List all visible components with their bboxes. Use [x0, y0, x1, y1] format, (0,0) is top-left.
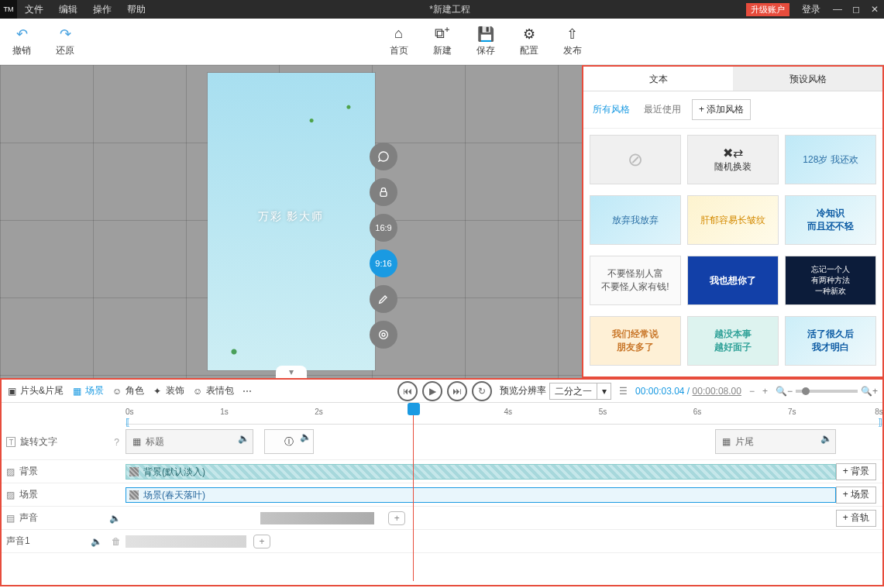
text-layer-icon: 🅃 — [6, 437, 15, 448]
resolution-select[interactable]: 二分之一 ▾ — [549, 383, 611, 400]
tick: 4s — [504, 407, 513, 416]
range-end-icon[interactable]: ⟧ — [878, 417, 882, 428]
publish-button[interactable]: ⇧ 发布 — [551, 26, 594, 57]
mute-icon[interactable]: 🔈 — [820, 433, 832, 444]
style-card[interactable]: 不要怪别人富 不要怪人家有钱! — [590, 256, 681, 305]
style-random[interactable]: ✖⇄随机换装 — [687, 135, 779, 184]
style-card[interactable]: 冷知识 而且还不轻 — [785, 195, 876, 245]
more-icon: ⋯ — [242, 386, 253, 397]
preview-frame[interactable]: 万彩 影大师 — [208, 73, 375, 370]
tab-more[interactable]: ⋯ — [242, 386, 253, 397]
style-none[interactable]: ⊘ — [590, 135, 681, 184]
style-card[interactable]: 我也想你了 — [687, 256, 779, 305]
speaker-icon[interactable]: 🔈 — [109, 513, 121, 524]
scene-clip[interactable]: 场景(春天落叶) — [126, 487, 836, 503]
ratio-916-button[interactable]: 9:16 — [370, 249, 397, 277]
menu-help[interactable]: 帮助 — [119, 0, 153, 19]
add-sound-inline[interactable]: + — [253, 535, 270, 548]
maximize-button[interactable]: ◻ — [847, 4, 865, 15]
add-track-button[interactable]: + 音轨 — [836, 510, 876, 527]
tick: 0s — [126, 407, 134, 416]
save-button[interactable]: 💾 保存 — [464, 26, 507, 57]
tick: 7s — [788, 407, 796, 416]
add-bg-button[interactable]: + 背景 — [836, 463, 876, 480]
tab-decor[interactable]: ✦装饰 — [152, 384, 184, 397]
config-button[interactable]: ⚙ 配置 — [507, 26, 551, 57]
tab-text[interactable]: 文本 — [583, 67, 733, 91]
sound-layer-icon: ▤ — [6, 513, 15, 524]
home-button[interactable]: ⌂ 首页 — [377, 26, 421, 57]
canvas-expand-handle[interactable]: ▾ — [276, 366, 307, 378]
style-card[interactable]: 放弃我放弃 — [590, 195, 681, 245]
text-cursor-icon: Ⓘ — [284, 435, 294, 449]
tab-titles[interactable]: ▣片头&片尾 — [6, 384, 64, 397]
tab-roles[interactable]: ☺角色 — [112, 384, 144, 397]
play-button[interactable]: ▶ — [422, 381, 442, 401]
save-label: 保存 — [464, 44, 507, 57]
tab-emoji[interactable]: ☺表情包 — [192, 384, 234, 397]
style-card[interactable]: 肝郁容易长皱纹 — [687, 195, 779, 245]
row-bg-label: 背景 — [19, 465, 38, 478]
scene-clip-label: 场景(春天落叶) — [143, 489, 205, 502]
login-button[interactable]: 登录 — [794, 0, 828, 19]
style-card[interactable]: 忘记一个人 有两种方法 一种新欢 — [785, 256, 876, 305]
close-button[interactable]: ✕ — [865, 4, 884, 15]
help-icon[interactable]: ? — [114, 437, 119, 448]
edit-tool-icon[interactable] — [370, 285, 397, 313]
next-frame-button[interactable]: ⏭ — [447, 381, 467, 401]
loop-button[interactable]: ↻ — [472, 381, 492, 401]
zoom-out-icon[interactable]: 🔍− — [776, 386, 793, 397]
scenes-icon: ▦ — [71, 386, 82, 397]
row-sound-label: 声音 — [19, 511, 38, 524]
text-cursor-clip[interactable]: Ⓘ 🔈 — [264, 429, 314, 454]
menu-edit[interactable]: 编辑 — [51, 0, 85, 19]
zoom-in-icon[interactable]: 🔍+ — [861, 386, 878, 397]
redo-button[interactable]: ↷ 还原 — [43, 26, 87, 57]
bg-clip[interactable]: 背景(默认淡入) — [126, 464, 836, 480]
new-button[interactable]: ⧉⁺ 新建 — [421, 26, 464, 57]
mute-icon[interactable]: 🔈 — [238, 433, 249, 444]
trash-icon[interactable]: 🗑 — [112, 536, 121, 547]
zoom-slider[interactable] — [796, 390, 858, 393]
time-minus[interactable]: − — [749, 386, 755, 397]
ratio-169-button[interactable]: 16:9 — [370, 214, 397, 242]
filter-all-styles[interactable]: 所有风格 — [590, 101, 633, 118]
layers-icon[interactable]: ☰ — [619, 386, 628, 397]
tab-scenes-label: 场景 — [85, 384, 104, 397]
playhead[interactable] — [413, 403, 414, 581]
tab-scenes[interactable]: ▦场景 — [71, 384, 104, 397]
add-scene-button[interactable]: + 场景 — [836, 487, 876, 504]
style-card[interactable]: 越没本事 越好面子 — [687, 316, 779, 366]
filter-recent[interactable]: 最近使用 — [641, 101, 684, 118]
tail-clip[interactable]: ▦ 片尾 🔈 — [715, 429, 836, 454]
prev-frame-button[interactable]: ⏮ — [397, 381, 418, 401]
timeline-time[interactable]: 00:00:03.04 / 00:00:08.00 — [635, 386, 741, 397]
upgrade-button[interactable]: 升级账户 — [746, 3, 789, 16]
canvas-area[interactable]: 万彩 影大师 16:9 9:16 ▾ — [0, 65, 582, 378]
chat-tool-icon[interactable] — [370, 143, 397, 170]
settings-tool-icon[interactable] — [370, 321, 397, 349]
undo-button[interactable]: ↶ 撤销 — [0, 26, 43, 57]
lock-tool-icon[interactable] — [370, 178, 397, 206]
style-card[interactable]: 我们经常说 朋友多了 — [590, 316, 681, 366]
resolution-value: 二分之一 — [550, 383, 597, 399]
time-plus[interactable]: + — [762, 386, 768, 397]
minimize-button[interactable]: — — [828, 4, 847, 15]
menu-action[interactable]: 操作 — [85, 0, 119, 19]
row-scene-label: 场景 — [19, 488, 38, 501]
audio-wave[interactable] — [260, 512, 374, 524]
mute-icon[interactable]: 🔈 — [300, 432, 311, 442]
chevron-down-icon: ▾ — [597, 383, 611, 399]
add-style-button[interactable]: + 添加风格 — [692, 99, 751, 120]
add-sound-inline[interactable]: + — [388, 511, 405, 525]
canvas-title-text: 万彩 影大师 — [208, 210, 375, 224]
svg-point-2 — [380, 331, 388, 339]
style-card[interactable]: 128岁 我还欢 — [785, 135, 876, 184]
timeline-ruler[interactable]: 0s 1s 2s 3s 4s 5s 6s 7s 8s ⟦ ⟧ — [126, 403, 882, 425]
menu-file[interactable]: 文件 — [17, 0, 51, 19]
tab-preset-style[interactable]: 预设风格 — [733, 67, 882, 91]
speaker-icon[interactable]: 🔈 — [91, 536, 102, 547]
title-clip[interactable]: ▦ 标题 🔈 — [126, 429, 253, 454]
style-card[interactable]: 活了很久后 我才明白 — [785, 316, 876, 366]
audio-wave[interactable] — [126, 535, 246, 548]
